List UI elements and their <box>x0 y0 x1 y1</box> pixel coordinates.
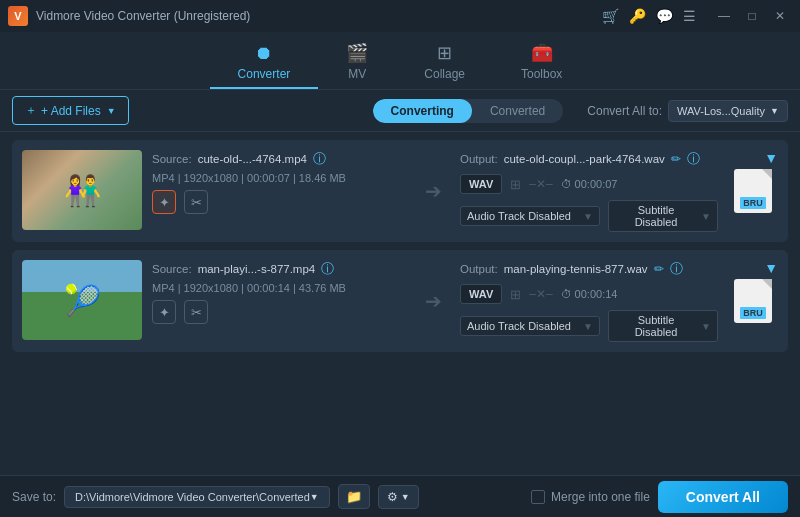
edit-icon-1[interactable]: ✏ <box>671 152 681 166</box>
settings-button-2[interactable]: ✦ <box>152 300 176 324</box>
app-title: Vidmore Video Converter (Unregistered) <box>36 9 602 23</box>
wav-label-2: BRU <box>740 307 766 319</box>
convert-all-to: Convert All to: WAV-Los...Quality ▼ <box>587 100 788 122</box>
duration-2: 00:00:14 <box>247 282 290 294</box>
actions-row-1: ✦ ✂ <box>152 190 407 214</box>
audio-track-arrow-2: ▼ <box>583 321 593 332</box>
output-format-badge-1: WAV <box>460 174 502 194</box>
cart-icon[interactable]: 🛒 <box>602 8 619 24</box>
cut-button-2[interactable]: ✂ <box>184 300 208 324</box>
converting-tab-button[interactable]: Converting <box>373 99 472 123</box>
duration-badge-1: ⏱ 00:00:07 <box>561 178 618 190</box>
output-label-1: Output: <box>460 153 498 165</box>
resize-icon-1: ⊞ <box>510 177 521 192</box>
title-bar: V Vidmore Video Converter (Unregistered)… <box>0 0 800 32</box>
output-duration-2: 00:00:14 <box>575 288 618 300</box>
tab-mv-label: MV <box>348 67 366 81</box>
converter-icon: ⏺ <box>255 43 273 64</box>
save-path-value: D:\Vidmore\Vidmore Video Converter\Conve… <box>75 491 310 503</box>
format-1: MP4 <box>152 172 175 184</box>
subtitle-select-2[interactable]: Subtitle Disabled ▼ <box>608 310 718 342</box>
tab-converter[interactable]: ⏺ Converter <box>210 37 319 89</box>
format-2: MP4 <box>152 282 175 294</box>
output-file-icon-1: BRU ▼ <box>728 150 778 232</box>
output-format-badge-2: WAV <box>460 284 502 304</box>
output-info-icon-2[interactable]: ⓘ <box>670 260 683 278</box>
settings-button[interactable]: ⚙ ▼ <box>378 485 419 509</box>
merge-checkbox[interactable] <box>531 490 545 504</box>
settings-button-1[interactable]: ✦ <box>152 190 176 214</box>
audio-track-arrow-1: ▼ <box>583 211 593 222</box>
save-path-button[interactable]: D:\Vidmore\Vidmore Video Converter\Conve… <box>64 486 330 508</box>
key-icon[interactable]: 🔑 <box>629 8 646 24</box>
output-header-1: Output: cute-old-coupl...-park-4764.wav … <box>460 150 718 168</box>
menu-icon[interactable]: ☰ <box>683 8 696 24</box>
format-value: WAV-Los...Quality <box>677 105 765 117</box>
file-meta-1: MP4 | 1920x1080 | 00:00:07 | 18.46 MB <box>152 172 407 184</box>
file-icon-dropdown-2[interactable]: ▼ <box>764 260 778 276</box>
thumbnail-2: 🎾 <box>22 260 142 340</box>
audio-track-label-1: Audio Track Disabled <box>467 210 571 222</box>
dash-2: –✕– <box>529 287 552 301</box>
maximize-button[interactable]: □ <box>740 7 764 25</box>
converted-tab-button[interactable]: Converted <box>472 99 563 123</box>
file-card-2: 🎾 Source: man-playi...-s-877.mp4 ⓘ MP4 |… <box>12 250 788 352</box>
close-button[interactable]: ✕ <box>768 7 792 25</box>
collage-icon: ⊞ <box>437 42 452 64</box>
clock-icon-1: ⏱ <box>561 178 572 190</box>
main-content: 👫 Source: cute-old-...-4764.mp4 ⓘ MP4 | … <box>0 132 800 475</box>
dash-1: –✕– <box>529 177 552 191</box>
couple-person-icon: 👫 <box>64 173 101 208</box>
convert-all-to-label: Convert All to: <box>587 104 662 118</box>
duration-badge-2: ⏱ 00:00:14 <box>561 288 618 300</box>
mv-icon: 🎬 <box>346 42 368 64</box>
add-dropdown-icon[interactable]: ▼ <box>107 106 116 116</box>
file-meta-2: MP4 | 1920x1080 | 00:00:14 | 43.76 MB <box>152 282 407 294</box>
info-icon-2[interactable]: ⓘ <box>321 260 334 278</box>
format-select-button[interactable]: WAV-Los...Quality ▼ <box>668 100 788 122</box>
resolution-1: 1920x1080 <box>184 172 238 184</box>
subtitle-arrow-2: ▼ <box>701 321 711 332</box>
audio-track-select-2[interactable]: Audio Track Disabled ▼ <box>460 316 600 336</box>
chat-icon[interactable]: 💬 <box>656 8 673 24</box>
output-name-1: cute-old-coupl...-park-4764.wav <box>504 153 665 165</box>
output-name-2: man-playing-tennis-877.wav <box>504 263 648 275</box>
file-info-2: Source: man-playi...-s-877.mp4 ⓘ MP4 | 1… <box>152 260 407 342</box>
save-path-chevron: ▼ <box>310 492 319 502</box>
merge-row: Merge into one file <box>531 490 650 504</box>
wav-file-icon-1: BRU <box>734 169 772 213</box>
audio-track-select-1[interactable]: Audio Track Disabled ▼ <box>460 206 600 226</box>
minimize-button[interactable]: — <box>712 7 736 25</box>
actions-row-2: ✦ ✂ <box>152 300 407 324</box>
output-info-icon-1[interactable]: ⓘ <box>687 150 700 168</box>
merge-label: Merge into one file <box>551 490 650 504</box>
source-row-1: Source: cute-old-...-4764.mp4 ⓘ <box>152 150 407 168</box>
title-icons: 🛒 🔑 💬 ☰ <box>602 8 696 24</box>
subtitle-select-1[interactable]: Subtitle Disabled ▼ <box>608 200 718 232</box>
clock-icon-2: ⏱ <box>561 288 572 300</box>
tab-toolbox-label: Toolbox <box>521 67 562 81</box>
output-header-2: Output: man-playing-tennis-877.wav ✏ ⓘ <box>460 260 718 278</box>
convert-all-button[interactable]: Convert All <box>658 481 788 513</box>
tab-toolbox[interactable]: 🧰 Toolbox <box>493 36 590 89</box>
tab-mv[interactable]: 🎬 MV <box>318 36 396 89</box>
open-folder-button[interactable]: 📁 <box>338 484 370 509</box>
gear-icon: ⚙ <box>387 490 398 504</box>
output-duration-1: 00:00:07 <box>575 178 618 190</box>
info-icon-1[interactable]: ⓘ <box>313 150 326 168</box>
save-label: Save to: <box>12 490 56 504</box>
tab-bar: ⏺ Converter 🎬 MV ⊞ Collage 🧰 Toolbox <box>0 32 800 90</box>
resolution-2: 1920x1080 <box>184 282 238 294</box>
arrow-2: ➔ <box>417 260 450 342</box>
toolbox-icon: 🧰 <box>531 42 553 64</box>
cut-button-1[interactable]: ✂ <box>184 190 208 214</box>
tab-collage[interactable]: ⊞ Collage <box>396 36 493 89</box>
edit-icon-2[interactable]: ✏ <box>654 262 664 276</box>
source-label-1: Source: <box>152 153 192 165</box>
thumb-tennis-image: 🎾 <box>22 260 142 340</box>
add-files-button[interactable]: ＋ + Add Files ▼ <box>12 96 129 125</box>
format-chevron-icon: ▼ <box>770 106 779 116</box>
audio-track-label-2: Audio Track Disabled <box>467 320 571 332</box>
file-icon-dropdown-1[interactable]: ▼ <box>764 150 778 166</box>
size-2: 43.76 MB <box>299 282 346 294</box>
